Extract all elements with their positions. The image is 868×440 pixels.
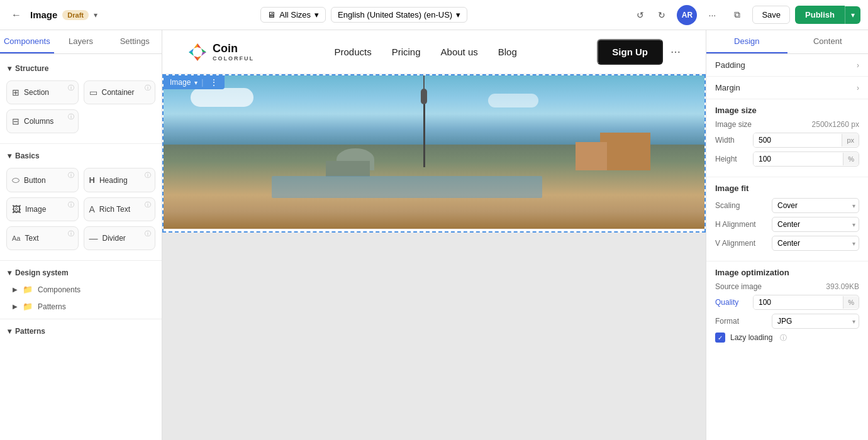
page-title: Image (30, 9, 57, 20)
basics-label: Basics (15, 151, 40, 160)
width-input[interactable] (754, 133, 842, 147)
heading-info-icon[interactable]: ⓘ (145, 171, 151, 180)
quality-row: Quality % (715, 295, 859, 310)
height-unit: % (843, 153, 859, 165)
image-label-text: Image (25, 205, 46, 214)
padding-row[interactable]: Padding › (706, 54, 868, 76)
patterns-section-header[interactable]: ▾ Patterns (0, 323, 162, 339)
tab-content[interactable]: Content (787, 30, 869, 53)
building-2 (576, 142, 607, 170)
lazy-loading-row[interactable]: ✓ Lazy loading ⓘ (715, 333, 859, 343)
publish-button[interactable]: Publish (795, 6, 845, 24)
basics-section-header[interactable]: ▾ Basics (0, 148, 162, 164)
text-component[interactable]: Aa Text ⓘ (6, 226, 79, 250)
nav-extra-icon[interactable]: ⋯ (670, 46, 681, 58)
nav-logo: Coin COLORFUL (187, 42, 254, 62)
ds-components-item[interactable]: ▶ 📁 Components (0, 281, 162, 298)
image-icon: 🖼 (12, 204, 21, 214)
draft-chevron-icon[interactable]: ▾ (94, 11, 97, 19)
margin-row[interactable]: Margin › (706, 77, 868, 99)
quality-label[interactable]: Quality (715, 298, 753, 307)
v-alignment-row: V Alignment Top Center Bottom ▾ (715, 236, 859, 251)
checkbox-check-icon: ✓ (718, 334, 723, 341)
lazy-loading-info-icon[interactable]: ⓘ (780, 333, 787, 343)
section-icon: ⊞ (12, 87, 19, 97)
lazy-loading-checkbox[interactable]: ✓ (715, 333, 725, 343)
image-element[interactable]: Image ▾ | ⋮ (164, 75, 704, 229)
nav-signup-button[interactable]: Sign Up (597, 39, 663, 65)
image-options-icon[interactable]: ⋮ (209, 77, 218, 87)
quality-input[interactable] (754, 295, 843, 309)
columns-info-icon[interactable]: ⓘ (68, 113, 74, 121)
h-alignment-select[interactable]: Left Center Right (772, 217, 859, 232)
format-select[interactable]: JPG PNG WEBP (772, 314, 859, 329)
tab-components[interactable]: Components (0, 30, 54, 53)
save-button[interactable]: Save (752, 6, 790, 24)
height-input[interactable] (754, 152, 843, 166)
image-label-chevron-icon[interactable]: ▾ (194, 79, 198, 86)
rich-text-label: Rich Text (99, 205, 130, 214)
preview-nav: Coin COLORFUL Products Pricing About us … (162, 30, 706, 74)
nav-link-blog[interactable]: Blog (498, 47, 517, 57)
svg-marker-7 (194, 56, 198, 61)
publish-dropdown-button[interactable]: ▾ (845, 6, 860, 24)
text-info-icon[interactable]: ⓘ (68, 229, 74, 238)
rich-text-component[interactable]: A Rich Text ⓘ (84, 197, 156, 221)
button-icon: ⬭ (12, 175, 19, 185)
canvas-section: Image ▾ | ⋮ (162, 74, 706, 233)
undo-button[interactable]: ↺ (630, 5, 650, 25)
padding-label: Padding (715, 60, 745, 70)
size-selector[interactable]: 🖥 All Sizes ▾ (260, 7, 326, 23)
back-button[interactable]: ← (8, 6, 25, 24)
ds-patterns-expand-icon: ▶ (13, 303, 18, 310)
redo-button[interactable]: ↻ (652, 5, 672, 25)
svg-marker-2 (201, 48, 206, 52)
language-selector[interactable]: English (United States) (en-US) ▾ (331, 7, 467, 23)
width-unit: px (842, 134, 859, 146)
nav-link-products[interactable]: Products (335, 47, 372, 57)
section-outline[interactable]: Image ▾ | ⋮ (162, 74, 706, 233)
section-component[interactable]: ⊞ Section ⓘ (6, 80, 79, 104)
nav-link-about[interactable]: About us (441, 47, 478, 57)
rich-text-info-icon[interactable]: ⓘ (145, 201, 151, 209)
container-component[interactable]: ▭ Container ⓘ (84, 80, 156, 104)
v-alignment-select[interactable]: Top Center Bottom (772, 236, 859, 251)
padding-chevron-icon: › (857, 61, 859, 70)
image-info-icon[interactable]: ⓘ (68, 201, 74, 209)
image-component[interactable]: 🖼 Image ⓘ (6, 197, 79, 221)
basics-caret-icon: ▾ (8, 151, 11, 160)
ds-folder-icon: 📁 (23, 285, 33, 294)
button-component[interactable]: ⬭ Button ⓘ (6, 168, 79, 192)
draft-badge: Draft (62, 10, 89, 20)
columns-component[interactable]: ⊟ Columns ⓘ (6, 109, 79, 133)
ds-patterns-label: Patterns (38, 302, 66, 311)
image-size-value-row: Image size 2500x1260 px (715, 120, 859, 129)
image-opt-title: Image optimization (715, 268, 859, 277)
structure-section-header[interactable]: ▾ Structure (0, 60, 162, 77)
divider-3 (0, 319, 162, 319)
container-info-icon[interactable]: ⓘ (145, 84, 151, 92)
nav-link-pricing[interactable]: Pricing (392, 47, 421, 57)
format-select-wrap: JPG PNG WEBP ▾ (772, 314, 859, 329)
design-system-header[interactable]: ▾ Design system (0, 265, 162, 281)
button-info-icon[interactable]: ⓘ (68, 171, 74, 180)
section-info-icon[interactable]: ⓘ (68, 84, 74, 92)
heading-component[interactable]: H Heading ⓘ (84, 168, 156, 192)
tab-settings[interactable]: Settings (108, 30, 162, 53)
text-label: Text (25, 234, 38, 243)
scaling-select[interactable]: Cover Contain Fill None (772, 198, 859, 213)
avatar[interactable]: AR (677, 5, 697, 25)
svg-marker-6 (198, 56, 201, 61)
divider-component[interactable]: — Divider ⓘ (84, 226, 156, 250)
tab-design[interactable]: Design (706, 30, 787, 53)
divider-info-icon[interactable]: ⓘ (145, 229, 151, 238)
more-options-button[interactable]: ··· (702, 5, 722, 25)
preview-image (164, 75, 704, 229)
source-image-row: Source image 393.09KB (715, 282, 859, 291)
external-link-button[interactable]: ⧉ (727, 5, 747, 25)
width-label: Width (715, 136, 753, 145)
divider-1 (0, 143, 162, 144)
tab-layers[interactable]: Layers (54, 30, 108, 53)
image-size-label: Image size (715, 120, 752, 129)
ds-patterns-item[interactable]: ▶ 📁 Patterns (0, 298, 162, 315)
